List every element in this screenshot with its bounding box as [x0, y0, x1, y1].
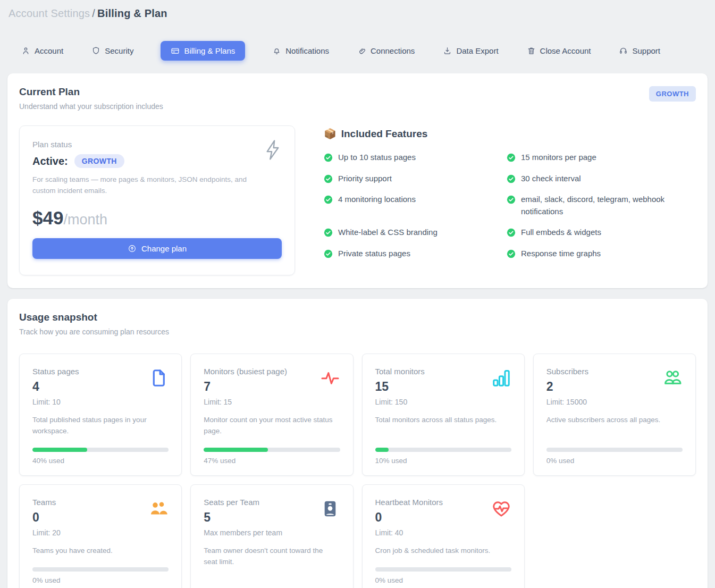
usage-progress-fill — [204, 448, 267, 452]
usage-card-description: Teams you have created. — [32, 545, 169, 557]
check-circle-icon — [507, 153, 516, 162]
breadcrumb: Account Settings/Billing & Plan — [7, 6, 708, 20]
usage-card-total-monitors: Total monitors 15 Limit: 150 Total monit… — [362, 354, 525, 476]
usage-card-value: 0 — [375, 510, 443, 525]
check-circle-icon — [507, 249, 516, 258]
empty-grid-slot — [533, 484, 696, 588]
upgrade-arrow-icon — [128, 244, 137, 253]
usage-card-limit: Limit: 150 — [375, 398, 425, 406]
feature-label: Full embeds & widgets — [521, 226, 601, 239]
bar-chart-icon — [491, 368, 511, 388]
usage-card-limit: Max members per team — [204, 528, 282, 537]
plan-price-amount: $49 — [32, 207, 63, 228]
feature-item: Up to 10 status pages — [324, 152, 507, 164]
breadcrumb-section: Account Settings — [9, 7, 90, 19]
feature-label: email, slack, discord, telegram, webhook… — [521, 194, 669, 217]
usage-card-status-pages: Status pages 4 Limit: 10 Total published… — [19, 354, 182, 476]
usage-card-title: Subscribers — [546, 367, 588, 376]
plan-price-period: /month — [63, 212, 107, 228]
usage-snapshot-panel: Usage snapshot Track how you are consumi… — [7, 299, 708, 588]
link-icon — [357, 46, 366, 55]
tab-data-export[interactable]: Data Export — [442, 41, 499, 61]
plan-description: For scaling teams — more pages & monitor… — [32, 174, 256, 197]
usage-card-subscribers: Subscribers 2 Limit: 15000 Active subscr… — [533, 354, 696, 476]
plan-tier-pill: GROWTH — [74, 154, 124, 168]
features-grid: Up to 10 status pages 15 monitors per pa… — [324, 152, 696, 259]
tab-label: Data Export — [456, 46, 498, 55]
usage-progress-bar — [375, 567, 511, 572]
check-circle-icon — [324, 249, 333, 258]
usage-card-description: Cron job & scheduled task monitors. — [375, 545, 511, 557]
package-emoji-icon: 📦 — [324, 128, 337, 140]
tab-label: Support — [632, 46, 660, 55]
usage-card-title: Seats per Team — [204, 498, 282, 507]
users-outline-icon — [662, 368, 683, 388]
usage-card-description: Monitor count on your most active status… — [204, 415, 340, 437]
lightning-bolt-icon — [263, 139, 283, 161]
tab-label: Billing & Plans — [184, 46, 235, 55]
download-icon — [443, 46, 452, 55]
usage-card-title: Total monitors — [375, 367, 425, 376]
usage-progress-fill — [375, 448, 389, 452]
check-circle-icon — [507, 228, 516, 237]
feature-label: Private status pages — [338, 248, 410, 260]
plan-badge: GROWTH — [649, 86, 696, 102]
billing-plan-page: Account Settings/Billing & Plan Account … — [0, 0, 715, 588]
plan-state: Active: — [32, 155, 68, 167]
tab-label: Account — [35, 46, 63, 55]
usage-card-limit: Limit: 15 — [204, 398, 287, 406]
usage-card-heartbeat-monitors: Heartbeat Monitors 0 Limit: 40 Cron job … — [362, 484, 525, 588]
usage-card-title: Monitors (busiest page) — [204, 367, 287, 376]
usage-card-description: Total published status pages in your wor… — [32, 415, 169, 437]
usage-used-label: 47% used — [204, 457, 340, 465]
usage-card-seats-per-team: Seats per Team 5 Max members per team Te… — [190, 484, 353, 588]
usage-used-label: 0% used — [32, 576, 169, 584]
check-circle-icon — [324, 174, 333, 183]
feature-item: 4 monitoring locations — [324, 194, 507, 217]
usage-subtitle: Track how you are consuming plan resourc… — [19, 327, 696, 336]
check-circle-icon — [507, 195, 516, 204]
tab-notifications[interactable]: Notifications — [271, 41, 330, 61]
feature-label: Priority support — [338, 173, 392, 185]
settings-tabbar: Account Security Billing & Plans Notific… — [20, 41, 708, 61]
tab-connections[interactable]: Connections — [356, 41, 416, 61]
credit-card-icon — [171, 46, 180, 55]
tab-support[interactable]: Support — [618, 41, 661, 61]
usage-card-title: Status pages — [32, 367, 79, 376]
check-circle-icon — [324, 195, 333, 204]
tab-label: Connections — [371, 46, 415, 55]
usage-card-value: 15 — [375, 380, 425, 394]
feature-item: White-label & CSS branding — [324, 226, 507, 239]
usage-grid: Status pages 4 Limit: 10 Total published… — [19, 354, 696, 588]
usage-progress-bar — [546, 448, 683, 452]
feature-item: Private status pages — [324, 248, 507, 260]
person-icon — [21, 46, 30, 55]
document-icon — [148, 368, 169, 388]
usage-card-description: Team owner doesn't count toward the seat… — [204, 545, 340, 568]
feature-item: Full embeds & widgets — [507, 226, 696, 239]
usage-progress-bar — [375, 448, 511, 452]
check-circle-icon — [324, 153, 333, 162]
feature-item: Priority support — [324, 173, 507, 185]
tab-billing-plans[interactable]: Billing & Plans — [161, 41, 245, 61]
feature-item: 30 check interval — [507, 173, 696, 185]
tab-close-account[interactable]: Close Account — [526, 41, 592, 61]
usage-card-value: 4 — [32, 380, 79, 394]
feature-label: Up to 10 status pages — [338, 152, 416, 164]
headset-icon — [619, 46, 628, 55]
plan-price: $49/month — [32, 207, 282, 229]
usage-card-description: Total monitors across all status pages. — [375, 415, 511, 426]
usage-used-label: 10% used — [375, 457, 511, 465]
feature-label: 15 monitors per page — [521, 152, 596, 164]
feature-item: 15 monitors per page — [507, 152, 696, 164]
tab-label: Notifications — [285, 46, 329, 55]
users-filled-icon — [148, 499, 169, 519]
usage-progress-bar — [32, 567, 169, 572]
id-badge-icon — [320, 499, 340, 519]
page-title: Billing & Plan — [97, 7, 167, 19]
tab-security[interactable]: Security — [90, 41, 134, 61]
change-plan-button[interactable]: Change plan — [32, 238, 282, 259]
plan-status-card: Plan status Active: GROWTH For scaling t… — [19, 125, 295, 275]
feature-label: White-label & CSS branding — [338, 226, 438, 239]
tab-account[interactable]: Account — [20, 41, 64, 61]
